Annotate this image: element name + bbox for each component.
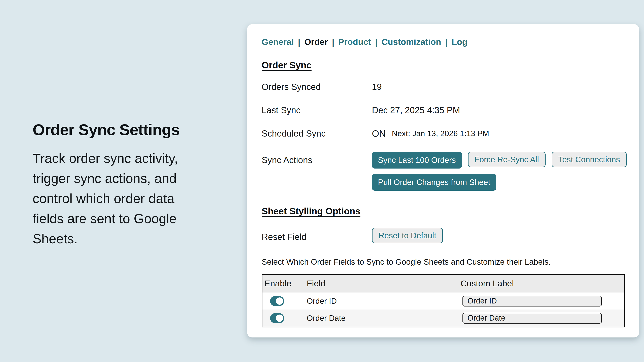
reset-field-label: Reset Field [262,228,372,242]
orders-synced-row: Orders Synced 19 [262,82,625,92]
hero-panel: Order Sync Settings Track order sync act… [32,121,210,249]
tab-separator: | [445,37,448,47]
test-connections-button[interactable]: Test Connections [552,152,627,167]
order-sync-heading: Order Sync [262,59,625,71]
tab-customization[interactable]: Customization [382,37,441,47]
table-row-order-date: Order Date [262,310,624,327]
enable-toggle-order-date[interactable] [270,313,284,323]
sync-actions-row: Sync Actions Sync Last 100 Orders Force … [262,152,625,191]
tab-order[interactable]: Order [304,37,328,47]
tab-general[interactable]: General [262,37,294,47]
toggle-knob [276,298,283,305]
last-sync-row: Last Sync Dec 27, 2025 4:35 PM [262,105,625,115]
table-row-order-id: Order ID [262,292,624,310]
reset-field-row: Reset Field Reset to Default [262,228,625,243]
orders-synced-label: Orders Synced [262,82,372,92]
page-description: Track order sync activity, trigger sync … [32,148,202,249]
scheduled-sync-state: ON [372,128,386,139]
reset-to-default-button[interactable]: Reset to Default [372,228,443,243]
orders-synced-value: 19 [372,82,382,92]
tab-bar: General | Order | Product | Customizatio… [262,37,625,47]
enable-toggle-order-id[interactable] [270,296,284,306]
last-sync-label: Last Sync [262,105,372,115]
fields-table-header: Enable Field Custom Label [262,275,624,292]
sheet-styling-heading: Sheet Stylling Options [262,206,625,217]
screen: Order Sync Settings Track order sync act… [0,0,644,362]
tab-product[interactable]: Product [338,37,371,47]
settings-card: General | Order | Product | Customizatio… [247,24,639,338]
sync-actions-label: Sync Actions [262,152,372,165]
scheduled-sync-row: Scheduled Sync ON Next: Jan 13, 2026 1:1… [262,128,625,139]
custom-label-column-header: Custom Label [458,279,624,288]
tab-log[interactable]: Log [452,37,468,47]
toggle-knob [276,315,283,322]
field-name: Order ID [305,297,458,306]
field-column-header: Field [305,279,458,288]
fields-instruction-text: Select Which Order Fields to Sync to Goo… [262,257,625,267]
tab-separator: | [375,37,378,47]
scheduled-sync-next: Next: Jan 13, 2026 1:13 PM [392,128,489,139]
tab-separator: | [298,37,300,47]
enable-column-header: Enable [262,279,305,288]
last-sync-value: Dec 27, 2025 4:35 PM [372,105,460,115]
tab-separator: | [332,37,334,47]
pull-order-changes-button[interactable]: Pull Order Changes from Sheet [372,174,496,191]
force-resync-all-button[interactable]: Force Re-Sync All [468,152,546,167]
custom-label-input-order-date[interactable] [462,313,602,324]
page-title: Order Sync Settings [32,121,210,139]
sync-last-100-orders-button[interactable]: Sync Last 100 Orders [372,152,462,169]
field-name: Order Date [305,314,458,323]
scheduled-sync-label: Scheduled Sync [262,128,372,139]
fields-table: Enable Field Custom Label Order ID Order… [262,274,625,328]
custom-label-input-order-id[interactable] [462,296,602,307]
